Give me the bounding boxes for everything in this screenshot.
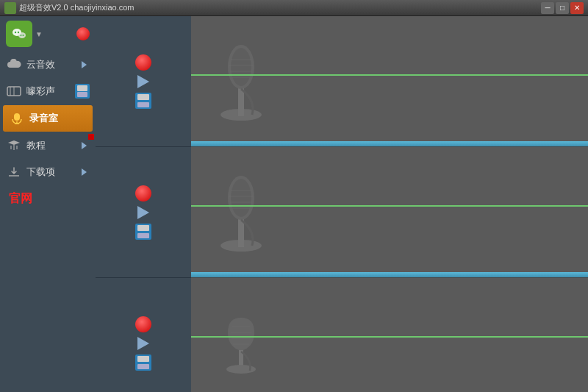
track-1-save-button[interactable]	[135, 93, 151, 109]
track-3-play-button[interactable]	[137, 337, 149, 350]
track-3-green-line	[191, 336, 588, 338]
track-3-waveform	[191, 278, 588, 392]
download-arrow	[78, 166, 90, 178]
track-2-green-line	[191, 205, 588, 207]
cloud-effect-icon	[6, 57, 22, 73]
track-2-save-button[interactable]	[135, 224, 151, 240]
track-2-play-button[interactable]	[137, 206, 149, 219]
svg-rect-9	[14, 113, 20, 121]
tracks-area	[96, 16, 588, 392]
download-label: 下载项	[26, 165, 55, 179]
maximize-button[interactable]: □	[556, 2, 569, 14]
svg-point-24	[231, 179, 251, 217]
left-sidebar: ▼ 云音效 噱彩声	[0, 16, 96, 392]
minimize-button[interactable]: ─	[541, 2, 554, 14]
track-3-record-button[interactable]	[135, 316, 151, 332]
track-3-buttons	[96, 278, 191, 392]
wechat-dropdown-arrow[interactable]: ▼	[35, 30, 43, 38]
chorus-icon	[6, 83, 22, 99]
svg-point-16	[231, 48, 251, 86]
track-buttons-column	[96, 16, 191, 392]
sidebar-top-area: ▼	[0, 16, 96, 51]
track-2-progress	[191, 272, 588, 277]
track-2-waveform	[191, 147, 588, 278]
sidebar-item-download[interactable]: 下载项	[0, 159, 96, 185]
svg-point-34	[226, 365, 256, 374]
sidebar-item-recording-studio[interactable]: 录音室	[3, 105, 93, 132]
waveform-tracks	[191, 16, 588, 392]
app-body: ▼ 云音效 噱彩声	[0, 16, 588, 392]
track-1-record-button[interactable]	[135, 54, 151, 71]
track-1-buttons	[96, 16, 191, 147]
app-icon	[4, 2, 16, 14]
chorus-save-icon[interactable]	[75, 84, 90, 99]
sidebar-item-chorus[interactable]: 噱彩声	[0, 78, 96, 104]
sidebar-item-cloud-effect[interactable]: 云音效	[0, 51, 96, 78]
close-button[interactable]: ✕	[570, 2, 584, 14]
track-2-mic	[197, 147, 285, 277]
title-bar: 超级音效V2.0 chaojiyinxiao.com ─ □ ✕	[0, 0, 588, 16]
svg-point-1	[15, 32, 16, 33]
title-text: 超级音效V2.0 chaojiyinxiao.com	[19, 2, 135, 13]
svg-point-2	[18, 32, 19, 33]
recording-studio-icon	[9, 110, 25, 126]
sidebar-promo[interactable]: 官网	[0, 185, 96, 213]
chorus-label: 噱彩声	[26, 85, 55, 98]
tutorial-arrow	[78, 140, 90, 152]
svg-point-4	[21, 35, 22, 36]
track-2-buttons	[96, 147, 191, 278]
tutorial-icon	[6, 138, 22, 154]
download-icon	[6, 164, 22, 180]
track-1-mic	[197, 16, 285, 146]
title-controls: ─ □ ✕	[541, 2, 584, 14]
track-1-progress	[191, 141, 588, 146]
svg-point-5	[23, 35, 24, 36]
track-3-mic	[197, 278, 285, 392]
wechat-icon[interactable]	[6, 21, 32, 47]
recording-studio-label: 录音室	[29, 112, 58, 125]
track-3-save-button[interactable]	[135, 354, 151, 371]
title-bar-left: 超级音效V2.0 chaojiyinxiao.com	[4, 2, 135, 14]
cloud-effect-arrow	[78, 59, 90, 71]
cloud-effect-label: 云音效	[26, 58, 55, 71]
svg-point-3	[18, 32, 26, 38]
track-1-green-line	[191, 74, 588, 76]
wechat-notification-dot	[76, 27, 90, 40]
track-1-waveform	[191, 16, 588, 147]
sidebar-item-tutorial[interactable]: 教程	[0, 132, 96, 159]
track-2-record-button[interactable]	[135, 185, 151, 202]
track-1-play-button[interactable]	[137, 75, 149, 88]
tutorial-label: 教程	[26, 139, 46, 152]
tutorial-notification-dot	[88, 134, 94, 140]
